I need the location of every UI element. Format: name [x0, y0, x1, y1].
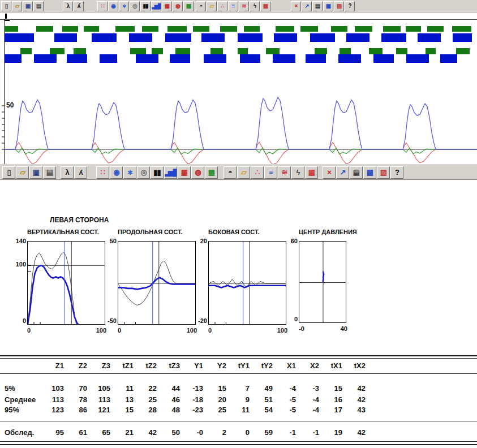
- blocks-icon: ▦: [263, 3, 268, 9]
- footprints-button[interactable]: ∷: [96, 166, 109, 179]
- swing-phase-bar: [456, 48, 470, 54]
- table-blue-button[interactable]: ▦: [363, 166, 376, 179]
- footprints-button[interactable]: ∷: [97, 1, 108, 11]
- stance-phase-bar: [338, 54, 361, 63]
- table-cell: 105: [94, 384, 117, 394]
- toolbar-bottom: ▯▱▣▤λʎ∷◉∗◎▮▮▂▅▇▦◍▩◓▱∴≡≋ϟ▦×↗▤▦▨?: [0, 165, 477, 180]
- table-cell: 54: [256, 405, 280, 415]
- table-cell: 22: [140, 384, 164, 394]
- table-row: 95%12386121152848-23251154-5-41743: [0, 405, 396, 415]
- mini-charts-row: ВЕРТИКАЛЬНАЯ СОСТ.14001000100ПРОДОЛЬНАЯ …: [0, 226, 477, 351]
- stamp-button[interactable]: ▨: [377, 166, 390, 179]
- gait-group: λʎ: [61, 166, 87, 179]
- table-row: 5%10370105112244-1315749-4-31542: [0, 384, 396, 394]
- globe-button[interactable]: ◉: [110, 166, 123, 179]
- list-button[interactable]: ≡: [228, 1, 238, 11]
- standing-man-button[interactable]: ʎ: [74, 166, 87, 179]
- analysis-group: ∷◉∗◎▮▮▂▅▇▦◍▩: [96, 166, 218, 179]
- footprint-small-button[interactable]: ∴: [251, 166, 264, 179]
- grid-button[interactable]: ▦: [162, 1, 172, 11]
- help-icon: ?: [395, 169, 399, 176]
- standing-man-button[interactable]: ʎ: [74, 1, 84, 11]
- histogram-button[interactable]: ▂▅▇: [164, 166, 177, 179]
- vertical-bars-button[interactable]: ▮▮: [140, 1, 151, 11]
- row-label: 5%: [0, 384, 48, 394]
- table-cell: 15: [210, 384, 233, 394]
- stripes-button[interactable]: ≋: [239, 1, 249, 11]
- swing-phase-bar: [244, 26, 260, 32]
- open-folder-button[interactable]: ▱: [16, 166, 29, 179]
- swing-phase-bar: [355, 26, 372, 32]
- gait-bars-panel: [0, 20, 477, 74]
- standing-man-icon: ʎ: [79, 169, 82, 176]
- delete-icon: ×: [327, 169, 331, 176]
- footprint-small-button[interactable]: ∴: [217, 1, 227, 11]
- new-document-icon: ▯: [5, 3, 8, 9]
- blocks-button[interactable]: ▦: [305, 166, 318, 179]
- table-cell: 25: [140, 395, 164, 405]
- table-cell: 50: [164, 428, 187, 438]
- walking-man-button[interactable]: λ: [63, 1, 73, 11]
- surface-map-button[interactable]: ▩: [205, 166, 218, 179]
- delete-button[interactable]: ×: [323, 166, 336, 179]
- save-file-button[interactable]: ▣: [29, 166, 42, 179]
- blocks-button[interactable]: ▦: [260, 1, 270, 11]
- list-button[interactable]: ≡: [264, 166, 277, 179]
- report-button[interactable]: ▤: [312, 1, 323, 11]
- delete-button[interactable]: ×: [291, 1, 301, 11]
- new-document-button[interactable]: ▯: [1, 1, 11, 11]
- cable-button[interactable]: ϟ: [250, 1, 260, 11]
- column-header: Y1: [187, 361, 210, 371]
- help-button[interactable]: ?: [390, 166, 403, 179]
- walking-man-button[interactable]: λ: [61, 166, 74, 179]
- target-button[interactable]: ◍: [173, 1, 183, 11]
- archive-folder-button[interactable]: ▱: [207, 1, 217, 11]
- archive-folder-icon: ▱: [241, 169, 246, 176]
- swing-phase-bar: [142, 26, 158, 32]
- table-rule: [0, 355, 477, 356]
- column-header: tZ2: [140, 361, 164, 371]
- vertical-bars-icon: ▮▮: [143, 3, 148, 9]
- stamp-button[interactable]: ▨: [334, 1, 344, 11]
- histogram-button[interactable]: ▂▅▇: [151, 1, 161, 11]
- snowflake-button[interactable]: ∗: [123, 166, 136, 179]
- new-document-button[interactable]: ▯: [2, 166, 15, 179]
- longitudinal-component-title: ПРОДОЛЬНАЯ СОСТ.: [118, 229, 183, 235]
- blocks-icon: ▦: [308, 169, 315, 176]
- print-button[interactable]: ▤: [33, 1, 44, 11]
- swing-phase-bar: [331, 26, 347, 32]
- gear-button[interactable]: ◎: [137, 166, 150, 179]
- globe-button[interactable]: ◉: [108, 1, 118, 11]
- stance-phase-bar: [381, 33, 406, 42]
- gear-button[interactable]: ◎: [130, 1, 140, 11]
- grid-button[interactable]: ▦: [178, 166, 191, 179]
- save-file-button[interactable]: ▣: [23, 1, 33, 11]
- stripes-button[interactable]: ≋: [278, 166, 291, 179]
- save-file-icon: ▣: [33, 169, 39, 176]
- target-button[interactable]: ◍: [191, 166, 204, 179]
- camera-button[interactable]: ◓: [196, 1, 206, 11]
- stance-phase-bar: [238, 33, 263, 42]
- stance-phase-bar: [165, 33, 191, 42]
- walking-man-icon: λ: [65, 169, 68, 176]
- swing-phase-bar: [175, 48, 190, 54]
- stance-phase-bar: [67, 54, 87, 63]
- timeline-scrollbar[interactable]: [0, 12, 477, 20]
- report-button[interactable]: ▤: [350, 166, 363, 179]
- print-button[interactable]: ▤: [43, 166, 56, 179]
- help-button[interactable]: ?: [345, 1, 355, 11]
- surface-map-button[interactable]: ▩: [183, 1, 194, 11]
- swing-phase-bar: [115, 26, 135, 32]
- vertical-bars-button[interactable]: ▮▮: [151, 166, 164, 179]
- edit-chart-button[interactable]: ↗: [336, 166, 349, 179]
- cable-button[interactable]: ϟ: [291, 166, 304, 179]
- camera-button[interactable]: ◓: [224, 166, 237, 179]
- archive-folder-button[interactable]: ▱: [237, 166, 250, 179]
- standing-man-icon: ʎ: [78, 3, 80, 9]
- scrollbar-thumb[interactable]: [5, 14, 7, 19]
- stamp-icon: ▨: [337, 3, 341, 9]
- snowflake-button[interactable]: ∗: [119, 1, 129, 11]
- open-folder-button[interactable]: ▱: [12, 1, 22, 11]
- edit-chart-button[interactable]: ↗: [302, 1, 312, 11]
- table-blue-button[interactable]: ▦: [323, 1, 333, 11]
